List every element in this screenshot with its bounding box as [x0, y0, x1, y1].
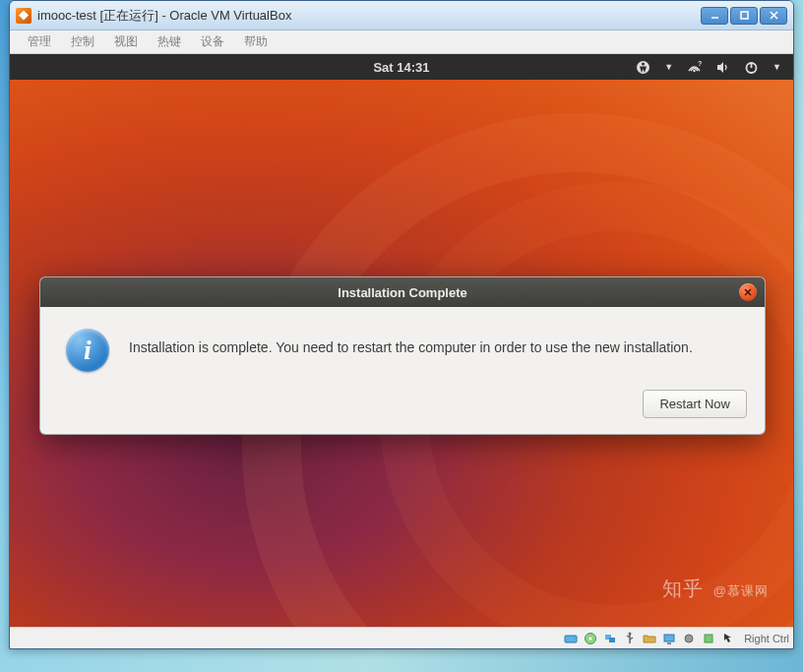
close-icon [744, 288, 752, 296]
window-titlebar: imooc-test [正在运行] - Oracle VM VirtualBox [10, 1, 793, 31]
restart-now-button[interactable]: Restart Now [643, 390, 747, 418]
svg-rect-1 [741, 12, 748, 19]
info-icon: i [66, 329, 109, 372]
svg-rect-19 [664, 635, 674, 641]
cpu-icon[interactable] [701, 631, 716, 646]
dropdown-arrow-icon[interactable]: ▼ [772, 62, 781, 72]
dialog-actions: Restart Now [40, 390, 765, 434]
maximize-button[interactable] [730, 7, 758, 25]
menu-hotkeys[interactable]: 热键 [148, 31, 191, 52]
svg-point-5 [642, 62, 645, 65]
host-key-label: Right Ctrl [744, 633, 789, 644]
app-icon [16, 8, 31, 24]
svg-text:?: ? [698, 60, 702, 67]
svg-rect-12 [565, 636, 577, 642]
network-adapter-icon[interactable] [602, 631, 618, 646]
svg-point-14 [589, 637, 592, 640]
minimize-button[interactable] [701, 7, 728, 25]
network-icon[interactable]: ? [687, 60, 702, 75]
dialog-body: i Installation is complete. You need to … [40, 307, 765, 390]
dialog-message: Installation is complete. You need to re… [129, 329, 693, 358]
vbox-menu-bar: 管理 控制 视图 热键 设备 帮助 [10, 31, 793, 54]
svg-point-6 [693, 69, 695, 71]
mouse-integration-icon[interactable] [720, 631, 736, 646]
svg-point-21 [685, 635, 693, 642]
svg-point-18 [629, 632, 632, 635]
guest-screen: Sat 14:31 ▼ ? ▼ Installation Complete i … [10, 54, 793, 627]
menu-view[interactable]: 视图 [104, 31, 148, 52]
window-controls [701, 7, 787, 25]
menu-help[interactable]: 帮助 [234, 31, 278, 52]
hard-disk-icon[interactable] [563, 631, 579, 646]
watermark: 知乎@慕课网 [662, 576, 769, 602]
recording-icon[interactable] [681, 631, 697, 646]
close-button[interactable] [760, 7, 787, 25]
display-icon[interactable] [661, 631, 677, 646]
clock[interactable]: Sat 14:31 [373, 60, 429, 75]
optical-disk-icon[interactable] [583, 631, 598, 646]
virtualbox-window: imooc-test [正在运行] - Oracle VM VirtualBox… [9, 0, 794, 649]
power-icon[interactable] [744, 60, 759, 75]
window-title: imooc-test [正在运行] - Oracle VM VirtualBox [37, 7, 701, 25]
vbox-status-bar: Right Ctrl [10, 627, 793, 648]
dialog-titlebar[interactable]: Installation Complete [40, 277, 765, 307]
volume-icon[interactable] [715, 60, 730, 75]
svg-rect-16 [609, 638, 615, 642]
svg-rect-22 [705, 635, 712, 642]
system-indicators: ▼ ? ▼ [636, 60, 781, 75]
usb-icon[interactable] [622, 631, 638, 646]
menu-control[interactable]: 控制 [61, 31, 104, 52]
installation-complete-dialog: Installation Complete i Installation is … [39, 276, 766, 435]
shared-folder-icon[interactable] [642, 631, 657, 646]
accessibility-icon[interactable] [636, 60, 650, 75]
menu-devices[interactable]: 设备 [191, 31, 234, 52]
dialog-close-button[interactable] [739, 283, 757, 301]
dialog-title: Installation Complete [338, 285, 466, 300]
menu-manage[interactable]: 管理 [18, 31, 61, 52]
dropdown-arrow-icon[interactable]: ▼ [664, 62, 673, 72]
ubuntu-topbar: Sat 14:31 ▼ ? ▼ [10, 54, 793, 80]
